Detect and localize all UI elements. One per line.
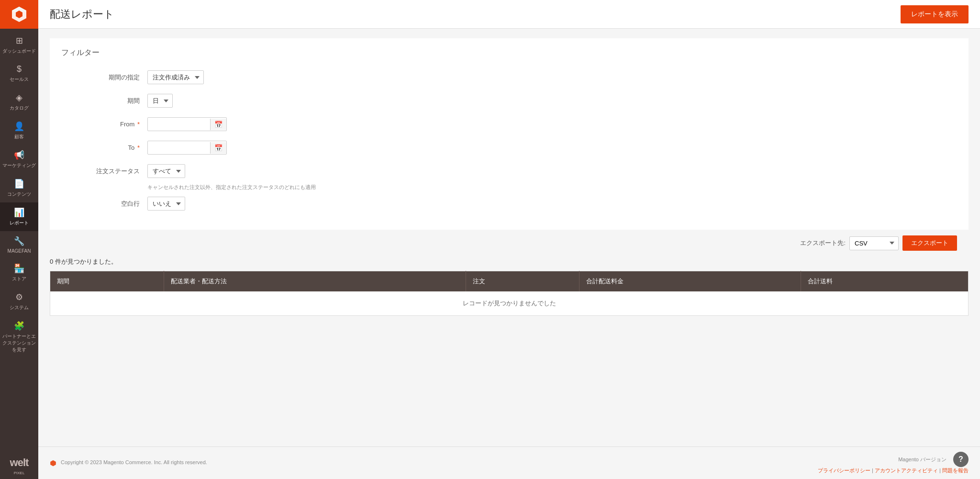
status-label: 注文ステータス [61,167,147,176]
sidebar-item-system[interactable]: ⚙ システム [0,287,38,316]
from-date-wrap: 📅 [147,117,227,131]
sidebar-item-partners[interactable]: 🧩 パートナーとエクステンションを見す [0,316,38,358]
from-filter-row: From * 📅 [50,112,969,136]
empty-rows-control: いいえはい [147,197,185,211]
empty-rows-select[interactable]: いいえはい [147,197,185,211]
page-title: 配送レポート [50,7,114,22]
empty-rows-label: 空白行 [61,200,147,208]
to-date-wrap: 📅 [147,141,227,155]
sidebar-item-customers[interactable]: 👤 顧客 [0,116,38,145]
interval-select[interactable]: 日月年 [147,94,173,108]
sidebar-item-marketing[interactable]: 📢 マーケティング [0,145,38,174]
dashboard-icon: ⊞ [16,35,23,46]
status-hint: キャンセルされた注文以外、指定された注文ステータスのどれにも適用 [50,183,969,192]
to-date-input[interactable] [148,141,210,154]
account-activity-link[interactable]: アカウントアクティビティ [875,468,938,473]
table-header-row: 期間 配送業者・配送方法 注文 合計配送料金 合計送料 [50,271,969,292]
content-icon: 📄 [14,178,24,189]
interval-label: 期間 [61,97,147,105]
status-select[interactable]: すべて完了処理中保留中 [147,164,185,178]
col-total-freight: 合計送料 [801,271,968,292]
from-date-input[interactable] [148,118,210,131]
help-button[interactable]: ? [953,452,969,467]
sidebar-item-label: パートナーとエクステンションを見す [2,333,36,353]
sidebar-item-label: レポート [10,220,29,226]
col-carrier: 配送業者・配送方法 [164,271,466,292]
table-row-empty: レコードが見つかりませんでした [50,291,969,316]
sidebar: ⊞ ダッシュボード $ セールス ◈ カタログ 👤 顧客 📢 マーケティング 📄… [0,0,38,479]
sidebar-item-label: システム [10,304,29,311]
export-bar: エクスポート先: CSVExcel XML エクスポート [50,230,969,255]
to-control: 📅 [147,141,227,155]
status-control: すべて完了処理中保留中 [147,164,185,178]
to-label: To * [61,144,147,151]
partners-icon: 🧩 [14,321,24,331]
empty-rows-filter-row: 空白行 いいえはい [50,192,969,215]
show-report-button[interactable]: レポートを表示 [901,5,969,23]
export-button[interactable]: エクスポート [902,235,957,251]
catalog-icon: ◈ [16,92,22,103]
page-content: フィルター 期間の指定 注文作成済み注文更新済み 期間 日月年 From * [38,29,980,446]
sidebar-item-label: コンテンツ [7,191,31,198]
sales-icon: $ [17,64,22,74]
to-required: * [135,144,140,151]
from-label: From * [61,121,147,128]
magento-logo[interactable] [0,0,38,29]
sidebar-item-label: カタログ [10,105,29,111]
col-total-shipping-fee: 合計配送料金 [579,271,801,292]
sidebar-item-magefan[interactable]: 🔧 MAGEFAN [0,231,38,258]
period-select[interactable]: 注文作成済み注文更新済み [147,70,204,84]
col-period: 期間 [50,271,164,292]
welt-sub: PIXEL [0,471,38,475]
customers-icon: 👤 [14,121,24,132]
report-issue-link[interactable]: 問題を報告 [942,468,969,473]
welt-brand: welt [0,452,38,471]
export-label: エクスポート先: [800,239,846,247]
table-header: 期間 配送業者・配送方法 注文 合計配送料金 合計送料 [50,271,969,292]
interval-control: 日月年 [147,94,173,108]
data-table: 期間 配送業者・配送方法 注文 合計配送料金 合計送料 レコードが見つかりません… [50,271,969,316]
main-content: 配送レポート レポートを表示 フィルター 期間の指定 注文作成済み注文更新済み … [38,0,980,479]
period-control: 注文作成済み注文更新済み [147,70,204,84]
filter-title: フィルター [50,48,969,66]
sidebar-item-label: 顧客 [14,134,24,140]
from-control: 📅 [147,117,227,131]
from-calendar-button[interactable]: 📅 [210,119,226,130]
magefan-icon: 🔧 [14,236,24,246]
to-calendar-button[interactable]: 📅 [210,142,226,154]
filter-section: フィルター 期間の指定 注文作成済み注文更新済み 期間 日月年 From * [50,38,969,230]
page-header: 配送レポート レポートを表示 [38,0,980,29]
export-format-select[interactable]: CSVExcel XML [849,236,899,250]
reports-icon: 📊 [14,207,24,218]
privacy-policy-link[interactable]: プライバシーポリシー [818,468,870,473]
sidebar-item-label: ダッシュボード [2,48,36,55]
sidebar-item-label: マーケティング [2,162,36,169]
system-icon: ⚙ [15,292,23,302]
no-records-cell: レコードが見つかりませんでした [50,291,969,316]
stores-icon: 🏪 [14,263,24,274]
from-required: * [135,121,140,128]
sidebar-item-content[interactable]: 📄 コンテンツ [0,174,38,202]
status-filter-row: 注文ステータス すべて完了処理中保留中 [50,159,969,183]
page-footer: Copyright © 2023 Magento Commerce. Inc. … [38,446,980,479]
period-label: 期間の指定 [61,73,147,82]
version-label: Magento バージョン [898,456,947,463]
interval-filter-row: 期間 日月年 [50,89,969,112]
sidebar-item-stores[interactable]: 🏪 ストア [0,258,38,287]
sidebar-item-label: セールス [10,76,29,83]
footer-copyright: Copyright © 2023 Magento Commerce. Inc. … [50,459,207,466]
copyright-text: Copyright © 2023 Magento Commerce. Inc. … [61,459,207,465]
to-filter-row: To * 📅 [50,136,969,159]
col-order: 注文 [466,271,579,292]
sidebar-item-catalog[interactable]: ◈ カタログ [0,88,38,116]
results-count: 0 件が見つかりました。 [50,255,969,271]
table-body: レコードが見つかりませんでした [50,291,969,316]
footer-logo-icon [50,460,56,467]
footer-links: プライバシーポリシー | アカウントアクティビティ | 問題を報告 [818,467,969,474]
sidebar-item-reports[interactable]: 📊 レポート [0,202,38,231]
sidebar-item-sales[interactable]: $ セールス [0,59,38,88]
sidebar-item-dashboard[interactable]: ⊞ ダッシュボード [0,31,38,59]
sidebar-item-label: ストア [12,276,26,282]
marketing-icon: 📢 [14,150,24,160]
sidebar-item-label: MAGEFAN [8,248,31,254]
